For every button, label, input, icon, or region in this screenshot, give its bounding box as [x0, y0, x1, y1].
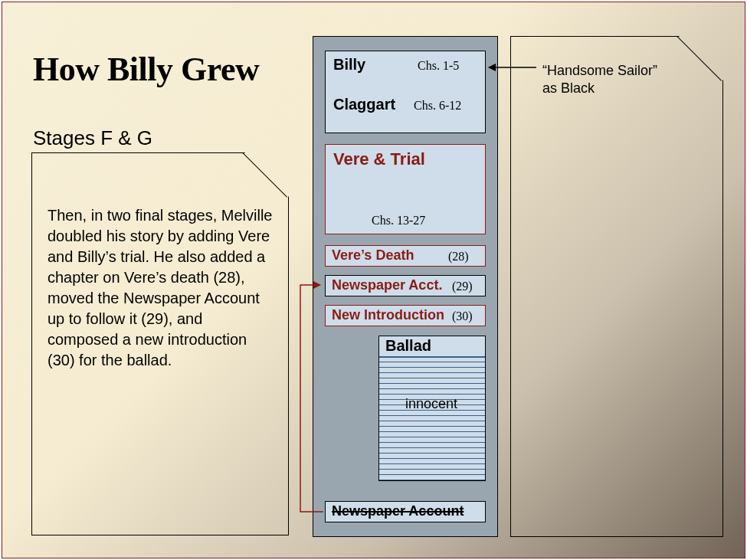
label-newspaper-acct: Newspaper Acct. — [332, 277, 442, 293]
ballad-note: innocent — [402, 396, 460, 412]
slide-title: How Billy Grew — [33, 50, 259, 89]
chapters-billy: Chs. 1-5 — [418, 59, 459, 73]
label-new-intro: New Introduction — [332, 307, 444, 323]
slide-subtitle: Stages F & G — [33, 126, 152, 150]
chapters-newspaper-acct: (29) — [452, 280, 473, 293]
slide-canvas: How Billy Grew Stages F & G Then, in two… — [2, 2, 745, 558]
chapters-new-intro: (30) — [452, 309, 473, 323]
chapters-vere-trial: Chs. 13-27 — [372, 214, 425, 228]
box-vere-death: Vere’s Death (28) — [325, 245, 486, 267]
box-billy-claggart: Billy Chs. 1-5 Claggart Chs. 6-12 — [325, 51, 486, 133]
label-billy: Billy — [333, 56, 365, 74]
label-ballad: Ballad — [385, 337, 431, 355]
label-claggart: Claggart — [333, 96, 395, 113]
box-newspaper-acct: Newspaper Acct. (29) — [325, 275, 486, 296]
structure-column: Billy Chs. 1-5 Claggart Chs. 6-12 Vere &… — [313, 36, 498, 537]
label-newspaper-old: Newspaper Account — [332, 503, 464, 519]
chapters-vere-death: (28) — [448, 250, 469, 264]
box-new-intro: New Introduction (30) — [325, 305, 486, 326]
explanation-text: Then, in two final stages, Melville doub… — [48, 205, 274, 371]
annotation-line-2: as Black — [542, 80, 657, 97]
box-newspaper-old: Newspaper Account — [325, 501, 486, 522]
next-stage-panel — [510, 36, 723, 537]
label-vere-trial: Vere & Trial — [333, 149, 425, 169]
box-ballad: Ballad innocent — [378, 336, 486, 481]
annotation-line-1: “Handsome Sailor” — [542, 62, 657, 80]
box-vere-trial: Vere & Trial Chs. 13-27 — [325, 144, 486, 234]
handsome-sailor-annotation: “Handsome Sailor” as Black — [542, 62, 657, 97]
label-vere-death: Vere’s Death — [332, 247, 414, 264]
chapters-claggart: Chs. 6-12 — [414, 99, 461, 113]
explanation-panel: Then, in two final stages, Melville doub… — [31, 152, 289, 535]
